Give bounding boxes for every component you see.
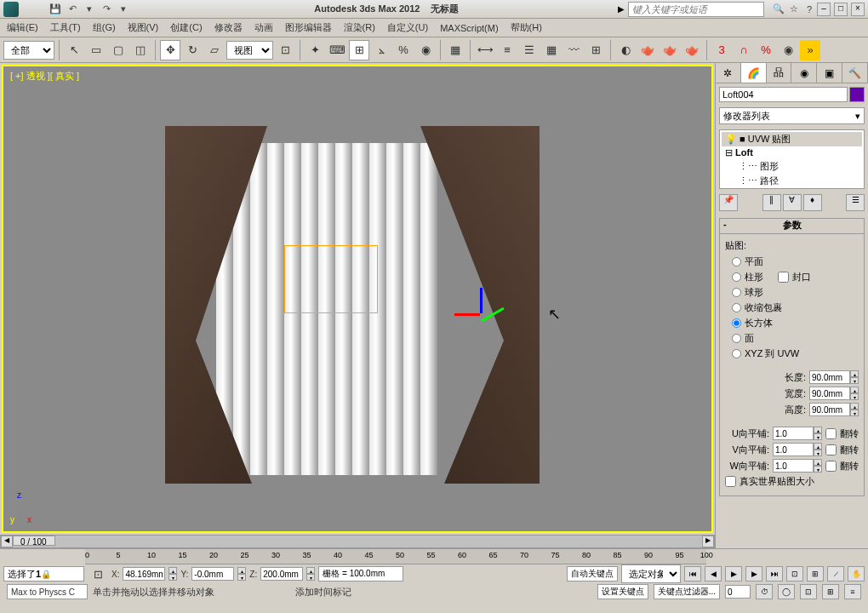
render-setup-icon[interactable]: 🫖 xyxy=(637,40,658,60)
u-tile-field[interactable] xyxy=(773,427,814,440)
w-tile-field[interactable] xyxy=(773,459,814,473)
tab-display[interactable]: ▣ xyxy=(817,63,842,83)
menu-customize[interactable]: 自定义(U) xyxy=(387,21,428,34)
viewport-label[interactable]: [ +] 透视 ][ 真实 ] xyxy=(10,70,79,83)
angle-snap-2-icon[interactable]: ∩ xyxy=(734,40,754,60)
current-frame-field[interactable] xyxy=(725,585,751,599)
align-icon[interactable]: ≡ xyxy=(497,40,517,60)
v-tile-field[interactable] xyxy=(773,443,814,456)
length-field[interactable] xyxy=(809,370,850,384)
tab-modify[interactable]: 🌈 xyxy=(741,63,767,83)
coord-y-field[interactable] xyxy=(191,567,234,581)
make-unique-icon[interactable]: ∀ xyxy=(783,194,802,211)
object-color-swatch[interactable] xyxy=(849,87,865,102)
undo-icon[interactable]: ↶ xyxy=(65,3,80,16)
stack-item-path[interactable]: ⋮⋯ 路径 xyxy=(722,174,862,188)
zoom-region-icon[interactable]: ⊞ xyxy=(822,584,839,599)
search-input[interactable] xyxy=(628,2,764,17)
binoculars-icon[interactable]: 🔍 xyxy=(771,3,786,16)
gizmo-x-axis[interactable] xyxy=(454,313,480,316)
radio-planar[interactable] xyxy=(732,257,741,266)
time-slider-thumb[interactable]: 0 / 100 xyxy=(13,536,55,546)
pan-2-icon[interactable]: ≡ xyxy=(844,584,861,599)
redo-dropdown-icon[interactable]: ▾ xyxy=(116,3,131,16)
select-and-rotate-icon[interactable]: ↻ xyxy=(182,40,203,60)
curve-editor-icon[interactable]: 〰 xyxy=(563,40,584,60)
time-slider[interactable]: ◀ 0 / 100 ▶ xyxy=(0,535,715,548)
menu-create[interactable]: 创建(C) xyxy=(170,21,202,34)
spinner-snap-icon[interactable]: ◉ xyxy=(415,40,436,60)
w-flip-checkbox[interactable] xyxy=(825,461,837,472)
favorite-icon[interactable]: ☆ xyxy=(786,3,802,16)
modifier-stack[interactable]: 💡 ■ UVW 贴图 ⊟ Loft ⋮⋯ 图形 ⋮⋯ 路径 xyxy=(719,129,865,189)
length-down[interactable]: ▾ xyxy=(850,377,859,384)
undo-dropdown-icon[interactable]: ▾ xyxy=(82,3,97,16)
rollout-header-parameters[interactable]: 参数 xyxy=(720,219,864,234)
width-down[interactable]: ▾ xyxy=(850,393,859,400)
mirror-icon[interactable]: ⟷ xyxy=(475,40,495,60)
length-up[interactable]: ▴ xyxy=(850,370,859,377)
graphite-icon[interactable]: ▦ xyxy=(541,40,562,60)
lock-selection-icon[interactable]: ⊡ xyxy=(88,564,108,584)
key-target-dropdown[interactable]: 选定对象 xyxy=(621,564,681,583)
pin-stack-icon[interactable]: 📌 xyxy=(719,194,738,211)
height-down[interactable]: ▾ xyxy=(850,410,859,416)
select-by-name-icon[interactable]: ▭ xyxy=(86,40,106,60)
play-icon[interactable]: ▶ xyxy=(725,566,742,581)
menu-edit[interactable]: 编辑(E) xyxy=(7,21,38,34)
use-pivot-center-icon[interactable]: ⊡ xyxy=(275,40,295,60)
more-icon[interactable]: » xyxy=(800,40,820,60)
tab-hierarchy[interactable]: 品 xyxy=(767,63,792,83)
key-filters-button[interactable]: 关键点过滤器... xyxy=(654,584,720,599)
prev-frame-icon[interactable]: ◀ xyxy=(705,566,722,581)
percent-snap-icon[interactable]: % xyxy=(393,40,414,60)
menu-rendering[interactable]: 渲染(R) xyxy=(344,21,375,34)
configure-modifier-sets-icon[interactable]: ☰ xyxy=(846,194,865,211)
named-selection-icon[interactable]: ▦ xyxy=(445,40,465,60)
save-icon[interactable]: 💾 xyxy=(48,3,63,16)
rendered-frame-icon[interactable]: 🫖 xyxy=(660,40,680,60)
viewport-perspective[interactable]: [ +] 透视 ][ 真实 ] ↖ z x y xyxy=(2,65,713,533)
time-config-icon[interactable]: ⏱ xyxy=(756,584,773,599)
tab-create[interactable]: ✲ xyxy=(716,63,741,83)
max-toggle-icon[interactable]: ⊡ xyxy=(800,584,817,599)
stack-item-uvw-map[interactable]: 💡 ■ UVW 贴图 xyxy=(722,132,862,146)
orbit-icon[interactable]: ◯ xyxy=(778,584,795,599)
u-flip-checkbox[interactable] xyxy=(825,428,837,439)
gizmo-y-axis[interactable] xyxy=(481,307,504,323)
spinner-snap-2-icon[interactable]: ◉ xyxy=(778,40,798,60)
radio-box[interactable] xyxy=(732,318,741,328)
tab-motion[interactable]: ◉ xyxy=(791,63,817,83)
minimize-button[interactable]: – xyxy=(817,3,831,16)
stack-item-loft[interactable]: ⊟ Loft xyxy=(722,146,862,159)
radio-cylindrical[interactable] xyxy=(732,272,741,282)
maxscript-listener[interactable]: Max to Physcs C xyxy=(7,584,88,599)
rectangle-selection-icon[interactable]: ▢ xyxy=(108,40,128,60)
time-ruler[interactable]: 0 5 10 15 20 25 30 35 40 45 50 55 60 65 … xyxy=(85,549,706,564)
radio-xyz-to-uvw[interactable] xyxy=(732,349,741,358)
angle-snap-icon[interactable]: ⦛ xyxy=(371,40,391,60)
snap-3-icon[interactable]: 3 xyxy=(711,40,732,60)
menu-maxscript[interactable]: MAXScript(M) xyxy=(440,23,498,33)
radio-face[interactable] xyxy=(732,334,741,343)
scroll-left-icon[interactable]: ◀ xyxy=(1,536,13,547)
help-icon[interactable]: ? xyxy=(802,3,817,16)
v-flip-checkbox[interactable] xyxy=(825,444,837,455)
goto-start-icon[interactable]: ⏮ xyxy=(684,566,701,581)
material-editor-icon[interactable]: ◐ xyxy=(615,40,636,60)
gizmo-z-axis[interactable] xyxy=(480,288,483,313)
reference-coord-dropdown[interactable]: 视图 xyxy=(226,41,273,60)
selection-filter-dropdown[interactable]: 全部 xyxy=(3,41,54,60)
tab-utilities[interactable]: 🔨 xyxy=(842,63,868,83)
close-button[interactable]: × xyxy=(851,3,865,16)
select-and-move-icon[interactable]: ✥ xyxy=(160,40,180,60)
scroll-right-icon[interactable]: ▶ xyxy=(702,536,714,547)
checkbox-cap[interactable] xyxy=(778,272,789,283)
select-and-manipulate-icon[interactable]: ✦ xyxy=(305,40,325,60)
height-field[interactable] xyxy=(809,403,850,416)
width-field[interactable] xyxy=(809,387,850,400)
select-object-icon[interactable]: ↖ xyxy=(64,40,84,60)
goto-end-icon[interactable]: ⏭ xyxy=(766,566,783,581)
coord-z-field[interactable] xyxy=(260,567,303,581)
menu-animation[interactable]: 动画 xyxy=(254,21,273,34)
